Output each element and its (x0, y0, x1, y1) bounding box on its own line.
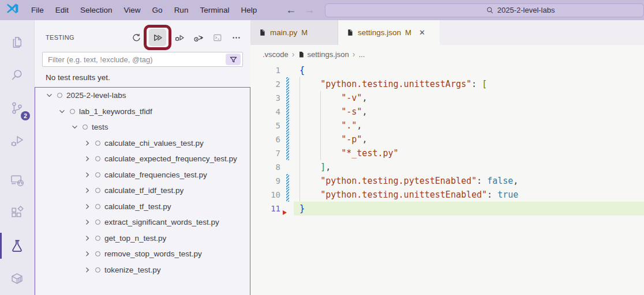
menu-file[interactable]: File (25, 0, 50, 20)
test-state-circle-icon (95, 267, 100, 273)
chevron-down-icon[interactable] (57, 107, 66, 116)
line-number: 10 (250, 188, 286, 202)
code-line-10: 10 "python.testing.unittestEnabled": tru… (250, 188, 644, 202)
explorer-icon[interactable] (0, 26, 34, 59)
chevron-right-icon[interactable] (83, 154, 92, 164)
source-control-icon[interactable]: 2 (0, 92, 34, 124)
test-state-circle-icon (95, 188, 100, 193)
filter-options-button[interactable] (226, 54, 241, 65)
menu-go[interactable]: Go (147, 0, 169, 20)
tree-item-2025-2-level-labs[interactable]: 2025-2-level-labs (35, 88, 250, 104)
source-control-badge: 2 (21, 111, 30, 120)
menu-selection[interactable]: Selection (74, 0, 118, 20)
show-output-button[interactable] (211, 31, 223, 44)
tree-item-remove_stop_words_test.py[interactable]: remove_stop_words_test.py (35, 246, 250, 262)
tree-item-label: calculate_tf_test.py (104, 202, 171, 211)
tree-item-calculate_tf_test.py[interactable]: calculate_tf_test.py (35, 199, 250, 215)
test-explorer-tree: 2025-2-level-labslab_1_keywords_tfidftes… (35, 87, 250, 295)
breadcrumb-folder[interactable]: .vscode (263, 50, 289, 59)
code-text: "-s", (294, 105, 644, 119)
line-number: 11 (250, 202, 286, 215)
containers-icon[interactable] (0, 262, 34, 295)
nav-forward-icon[interactable]: → (304, 4, 314, 16)
tab-main-py[interactable]: main.py M (250, 20, 338, 45)
chevron-down-icon[interactable] (44, 91, 54, 100)
chevron-right-icon[interactable] (83, 138, 92, 148)
editor-group: main.py M settings.json M ✕ .vscode › se… (250, 20, 644, 295)
tree-item-lab_1_keywords_tfidf[interactable]: lab_1_keywords_tfidf (35, 104, 250, 120)
tree-item-label: extract_significant_words_test.py (104, 218, 219, 226)
tree-item-tests[interactable]: tests (35, 119, 250, 135)
code-line-8: 8 ], (250, 160, 644, 174)
code-line-5: 5 ".", (250, 119, 644, 133)
line-number: 2 (250, 77, 286, 91)
breadcrumb-separator: › (351, 50, 357, 59)
search-sidebar-icon[interactable] (0, 59, 34, 92)
chevron-right-icon[interactable] (83, 186, 92, 195)
command-center-search[interactable]: 2025-2-level-labs (325, 3, 644, 17)
more-actions-button[interactable] (230, 31, 242, 44)
menu-edit[interactable]: Edit (50, 0, 74, 20)
breadcrumb-file[interactable]: settings.json (307, 50, 349, 59)
test-state-circle-icon (95, 141, 100, 146)
run-tests-button[interactable] (149, 29, 166, 46)
red-arrow-marker-icon (283, 210, 287, 215)
code-line-2: 2 "python.testing.unittestArgs": [ (250, 77, 644, 91)
title-bar: FileEditSelectionViewGoRunTerminalHelp ←… (0, 0, 644, 20)
run-tests-with-coverage-button[interactable] (192, 31, 204, 44)
code-text: "*_test.py" (294, 146, 644, 160)
menu-view[interactable]: View (118, 0, 147, 20)
refresh-tests-button[interactable] (130, 31, 143, 44)
search-text: 2025-2-level-labs (497, 6, 555, 14)
chevron-down-icon[interactable] (70, 123, 79, 132)
debug-tests-button[interactable] (173, 31, 185, 44)
code-text: ], (294, 160, 644, 174)
chevron-right-icon[interactable] (83, 218, 92, 227)
tree-item-extract_significant_words_test.py[interactable]: extract_significant_words_test.py (35, 214, 250, 230)
line-number: 6 (250, 133, 286, 146)
chevron-right-icon[interactable] (83, 233, 92, 243)
code-editor[interactable]: 1{2 "python.testing.unittestArgs": [3 "-… (250, 63, 644, 295)
line-number: 8 (250, 160, 286, 174)
tree-item-tokenize_test.py[interactable]: tokenize_test.py (35, 262, 250, 278)
code-line-3: 3 "-v", (250, 91, 644, 105)
gutter-modified-indicator (286, 91, 289, 105)
tree-item-get_top_n_test.py[interactable]: get_top_n_test.py (35, 230, 250, 247)
gutter-modified-indicator (286, 174, 289, 188)
tree-item-calculate_chi_values_test.py[interactable]: calculate_chi_values_test.py (35, 135, 250, 152)
tree-item-calculate_frequencies_test.py[interactable]: calculate_frequencies_test.py (35, 167, 250, 183)
tree-item-calculate_expected_frequency_test.py[interactable]: calculate_expected_frequency_test.py (35, 151, 250, 167)
tree-item-label: calculate_frequencies_test.py (104, 171, 207, 179)
chevron-right-icon[interactable] (83, 249, 92, 259)
breadcrumb-symbol[interactable]: ... (358, 50, 365, 59)
line-number: 5 (250, 119, 286, 133)
menu-terminal[interactable]: Terminal (194, 0, 235, 20)
tree-item-label: calculate_chi_values_test.py (104, 139, 204, 148)
menu-help[interactable]: Help (235, 0, 263, 20)
file-icon (346, 28, 354, 37)
tree-item-label: calculate_expected_frequency_test.py (104, 154, 237, 163)
chevron-right-icon[interactable] (83, 202, 92, 211)
remote-explorer-icon[interactable] (0, 164, 34, 196)
test-state-circle-icon (57, 93, 62, 98)
nav-back-icon[interactable]: ← (286, 4, 296, 16)
tree-item-label: tests (92, 123, 108, 131)
test-state-circle-icon (70, 109, 75, 114)
chevron-right-icon[interactable] (83, 170, 92, 179)
code-text: ".", (294, 119, 644, 133)
menu-run[interactable]: Run (169, 0, 194, 20)
tree-item-calculate_tf_idf_test.py[interactable]: calculate_tf_idf_test.py (35, 183, 250, 199)
chevron-right-icon[interactable] (83, 265, 92, 274)
run-and-debug-icon[interactable] (0, 124, 34, 157)
testing-icon[interactable] (0, 229, 34, 262)
code-line-6: 6 "-p", (250, 133, 644, 146)
close-tab-icon[interactable]: ✕ (419, 28, 425, 37)
filter-input[interactable] (48, 55, 226, 64)
git-modified-badge: M (301, 28, 308, 37)
activity-bar: 2 (0, 20, 35, 295)
vscode-logo-icon (5, 3, 20, 18)
extensions-icon[interactable] (0, 196, 34, 229)
code-text: } (294, 202, 644, 215)
tab-settings-json[interactable]: settings.json M ✕ (338, 20, 440, 45)
sidebar-title: TESTING (46, 34, 74, 41)
